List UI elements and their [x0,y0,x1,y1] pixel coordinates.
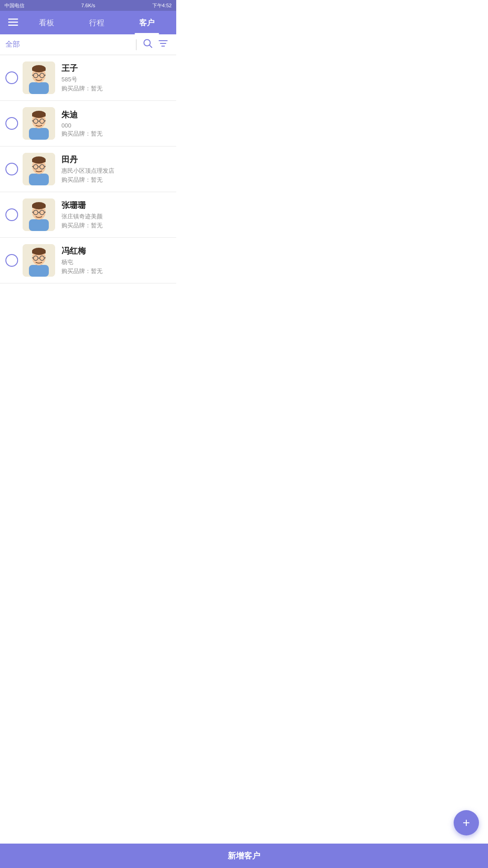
filter-divider [136,39,136,50]
checkbox-0[interactable] [5,71,18,84]
list-item[interactable]: 王子 585号 购买品牌：暂无 [0,55,176,101]
menu-button[interactable] [5,14,22,32]
status-bar: 中国电信 7.6K/s 下午4:52 [0,0,176,11]
customer-info-0: 王子 585号 购买品牌：暂无 [61,63,171,93]
svg-rect-35 [43,159,46,162]
avatar-1 [23,107,55,140]
svg-rect-23 [32,113,34,117]
svg-rect-2 [8,24,18,26]
svg-line-61 [32,258,33,258]
customer-brand-1: 购买品牌：暂无 [61,130,171,138]
svg-line-50 [32,212,33,212]
svg-rect-46 [43,204,46,208]
customer-sub-1: 000 [61,122,171,129]
checkbox-1[interactable] [5,117,18,130]
svg-line-4 [150,45,152,48]
svg-rect-57 [43,250,46,254]
list-item[interactable]: 田丹 惠民小区顶点理发店 购买品牌：暂无 [0,146,176,192]
svg-rect-1 [8,21,18,23]
customer-sub-3: 张庄镇奇迹美颜 [61,212,171,221]
list-item[interactable]: 冯红梅 杨屯 购买品牌：暂无 [0,238,176,283]
avatar-3 [23,198,55,231]
list-item[interactable]: 张珊珊 张庄镇奇迹美颜 购买品牌：暂无 [0,192,176,238]
customer-list: 王子 585号 购买品牌：暂无 [0,55,176,338]
svg-rect-42 [29,219,49,231]
svg-rect-24 [43,113,46,117]
svg-rect-9 [29,82,49,94]
checkbox-2[interactable] [5,163,18,175]
customer-brand-2: 购买品牌：暂无 [61,176,171,184]
customer-sub-0: 585号 [61,75,171,84]
svg-line-17 [32,75,33,75]
avatar-0 [23,61,55,94]
svg-rect-56 [32,250,34,254]
customer-name-2: 田丹 [61,154,171,165]
svg-rect-34 [32,159,34,162]
tab-itinerary[interactable]: 行程 [84,11,109,34]
customer-sub-2: 惠民小区顶点理发店 [61,167,171,175]
svg-line-62 [44,258,46,258]
carrier-text: 中国电信 [5,2,24,9]
avatar-2 [23,153,55,185]
svg-rect-53 [29,265,49,277]
svg-line-18 [44,75,46,75]
svg-rect-20 [29,128,49,140]
customer-info-2: 田丹 惠民小区顶点理发店 购买品牌：暂无 [61,154,171,184]
svg-line-29 [44,121,46,121]
checkbox-3[interactable] [5,208,18,221]
filter-all-label[interactable]: 全部 [5,40,132,49]
customer-brand-3: 购买品牌：暂无 [61,222,171,230]
time-text: 下午4:52 [152,2,172,9]
svg-line-51 [44,212,46,212]
customer-name-4: 冯红梅 [61,245,171,256]
nav-bar: 看板 行程 客户 [0,11,176,34]
customer-sub-4: 杨屯 [61,258,171,266]
customer-info-1: 朱迪 000 购买品牌：暂无 [61,109,171,138]
customer-brand-4: 购买品牌：暂无 [61,267,171,275]
filter-bar: 全部 [0,34,176,55]
svg-rect-45 [32,204,34,208]
customer-name-3: 张珊珊 [61,200,171,211]
page-wrapper: 中国电信 7.6K/s 下午4:52 看板 行程 客户 全部 [0,0,176,338]
svg-rect-31 [29,174,49,185]
checkbox-4[interactable] [5,254,18,267]
status-info: 7.6K/s [81,3,95,8]
svg-line-40 [44,166,46,167]
nav-tabs: 看板 行程 客户 [22,11,172,34]
svg-line-28 [32,121,33,121]
svg-line-39 [32,166,33,167]
customer-info-4: 冯红梅 杨屯 购买品牌：暂无 [61,245,171,275]
list-item[interactable]: 朱迪 000 购买品牌：暂无 [0,101,176,146]
filter-icon[interactable] [155,36,171,53]
avatar-4 [23,244,55,277]
customer-brand-0: 购买品牌：暂无 [61,85,171,93]
tab-customers[interactable]: 客户 [135,11,159,34]
svg-rect-13 [43,67,46,71]
customer-name-1: 朱迪 [61,109,171,120]
svg-rect-0 [8,19,18,20]
customer-info-3: 张珊珊 张庄镇奇迹美颜 购买品牌：暂无 [61,200,171,230]
svg-rect-12 [32,67,34,71]
bottom-spacer [0,283,176,338]
tab-kanban[interactable]: 看板 [34,11,59,34]
customer-name-0: 王子 [61,63,171,74]
search-icon[interactable] [140,36,155,53]
